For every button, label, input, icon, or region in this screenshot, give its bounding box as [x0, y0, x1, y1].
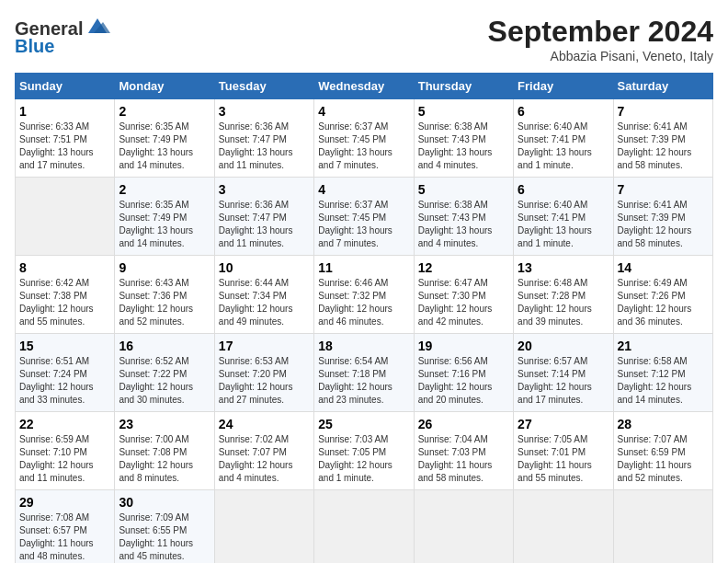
day-number: 2: [119, 104, 210, 119]
day-info: Sunrise: 6:56 AMSunset: 7:16 PMDaylight:…: [418, 355, 509, 407]
day-number: 9: [119, 260, 210, 275]
day-number: 14: [618, 260, 709, 275]
table-row: 2Sunrise: 6:35 AMSunset: 7:49 PMDaylight…: [115, 178, 214, 256]
day-info: Sunrise: 7:08 AMSunset: 6:57 PMDaylight:…: [19, 511, 110, 563]
day-info: Sunrise: 6:53 AMSunset: 7:20 PMDaylight:…: [219, 355, 310, 407]
day-number: 6: [518, 104, 609, 119]
table-row: 17Sunrise: 6:53 AMSunset: 7:20 PMDayligh…: [214, 334, 313, 412]
day-number: 15: [19, 339, 110, 353]
day-info: Sunrise: 7:02 AMSunset: 7:07 PMDaylight:…: [219, 433, 310, 485]
day-number: 7: [618, 182, 709, 197]
table-row: 23Sunrise: 7:00 AMSunset: 7:08 PMDayligh…: [115, 412, 214, 490]
day-number: 26: [418, 417, 509, 431]
header-saturday: Saturday: [613, 74, 712, 99]
day-info: Sunrise: 7:00 AMSunset: 7:08 PMDaylight:…: [119, 433, 210, 485]
table-row: 28Sunrise: 7:07 AMSunset: 6:59 PMDayligh…: [613, 412, 712, 490]
day-info: Sunrise: 7:09 AMSunset: 6:55 PMDaylight:…: [119, 511, 210, 563]
table-row: 8Sunrise: 6:42 AMSunset: 7:38 PMDaylight…: [16, 256, 115, 334]
table-row: 5Sunrise: 6:38 AMSunset: 7:43 PMDaylight…: [414, 178, 513, 256]
day-info: Sunrise: 7:03 AMSunset: 7:05 PMDaylight:…: [318, 433, 409, 485]
day-info: Sunrise: 6:35 AMSunset: 7:49 PMDaylight:…: [119, 121, 210, 172]
day-number: 3: [219, 104, 310, 119]
day-info: Sunrise: 6:35 AMSunset: 7:49 PMDaylight:…: [119, 199, 210, 250]
page-header: General Blue September 2024 Abbazia Pisa…: [15, 15, 713, 63]
day-info: Sunrise: 6:49 AMSunset: 7:26 PMDaylight:…: [618, 277, 709, 328]
day-number: 3: [219, 182, 310, 197]
table-row: 12Sunrise: 6:47 AMSunset: 7:30 PMDayligh…: [414, 256, 513, 334]
day-info: Sunrise: 6:46 AMSunset: 7:32 PMDaylight:…: [318, 277, 409, 328]
day-info: Sunrise: 6:44 AMSunset: 7:34 PMDaylight:…: [219, 277, 310, 328]
day-info: Sunrise: 6:33 AMSunset: 7:51 PMDaylight:…: [19, 121, 110, 172]
day-info: Sunrise: 6:54 AMSunset: 7:18 PMDaylight:…: [318, 355, 409, 407]
calendar-row: 22Sunrise: 6:59 AMSunset: 7:10 PMDayligh…: [16, 412, 713, 490]
table-row: 19Sunrise: 6:56 AMSunset: 7:16 PMDayligh…: [414, 334, 513, 412]
table-row: 24Sunrise: 7:02 AMSunset: 7:07 PMDayligh…: [214, 412, 313, 490]
table-row: 27Sunrise: 7:05 AMSunset: 7:01 PMDayligh…: [514, 412, 613, 490]
table-row: 6Sunrise: 6:40 AMSunset: 7:41 PMDaylight…: [514, 178, 613, 256]
table-row: [613, 490, 712, 564]
table-row: 5Sunrise: 6:38 AMSunset: 7:43 PMDaylight…: [414, 99, 513, 178]
day-info: Sunrise: 6:36 AMSunset: 7:47 PMDaylight:…: [219, 199, 310, 250]
day-number: 19: [418, 339, 509, 353]
day-info: Sunrise: 7:07 AMSunset: 6:59 PMDaylight:…: [618, 433, 709, 485]
day-number: 18: [318, 339, 409, 353]
table-row: 21Sunrise: 6:58 AMSunset: 7:12 PMDayligh…: [613, 334, 712, 412]
calendar-row: 1Sunrise: 6:33 AMSunset: 7:51 PMDaylight…: [16, 99, 713, 178]
logo: General Blue: [15, 15, 110, 57]
day-number: 29: [19, 495, 110, 510]
day-info: Sunrise: 6:36 AMSunset: 7:47 PMDaylight:…: [219, 121, 310, 172]
header-tuesday: Tuesday: [214, 74, 313, 99]
day-info: Sunrise: 6:41 AMSunset: 7:39 PMDaylight:…: [618, 121, 709, 172]
calendar-row: 29Sunrise: 7:08 AMSunset: 6:57 PMDayligh…: [16, 490, 713, 564]
day-number: 11: [318, 260, 409, 275]
table-row: [214, 490, 313, 564]
day-info: Sunrise: 6:52 AMSunset: 7:22 PMDaylight:…: [119, 355, 210, 407]
day-info: Sunrise: 7:05 AMSunset: 7:01 PMDaylight:…: [518, 433, 609, 485]
month-title: September 2024: [488, 15, 713, 49]
table-row: 18Sunrise: 6:54 AMSunset: 7:18 PMDayligh…: [314, 334, 414, 412]
table-row: 25Sunrise: 7:03 AMSunset: 7:05 PMDayligh…: [314, 412, 414, 490]
table-row: 11Sunrise: 6:46 AMSunset: 7:32 PMDayligh…: [314, 256, 414, 334]
day-number: 28: [618, 417, 709, 431]
day-number: 24: [219, 417, 310, 431]
day-number: 17: [219, 339, 310, 353]
header-row: Sunday Monday Tuesday Wednesday Thursday…: [16, 74, 713, 99]
table-row: 9Sunrise: 6:43 AMSunset: 7:36 PMDaylight…: [115, 256, 214, 334]
table-row: 14Sunrise: 6:49 AMSunset: 7:26 PMDayligh…: [613, 256, 712, 334]
day-info: Sunrise: 6:42 AMSunset: 7:38 PMDaylight:…: [19, 277, 110, 328]
table-row: 10Sunrise: 6:44 AMSunset: 7:34 PMDayligh…: [214, 256, 313, 334]
title-area: September 2024 Abbazia Pisani, Veneto, I…: [488, 15, 713, 63]
day-number: 7: [618, 104, 709, 119]
day-number: 13: [518, 260, 609, 275]
day-number: 1: [19, 104, 110, 119]
logo-icon: [85, 17, 110, 37]
day-info: Sunrise: 6:40 AMSunset: 7:41 PMDaylight:…: [518, 199, 609, 250]
day-info: Sunrise: 6:37 AMSunset: 7:45 PMDaylight:…: [318, 199, 409, 250]
calendar-table: Sunday Monday Tuesday Wednesday Thursday…: [15, 73, 713, 563]
day-number: 5: [418, 104, 509, 119]
day-number: 30: [119, 495, 210, 510]
header-thursday: Thursday: [414, 74, 513, 99]
day-number: 25: [318, 417, 409, 431]
calendar-body: 1Sunrise: 6:33 AMSunset: 7:51 PMDaylight…: [16, 99, 713, 564]
table-row: 20Sunrise: 6:57 AMSunset: 7:14 PMDayligh…: [514, 334, 613, 412]
day-number: 5: [418, 182, 509, 197]
day-info: Sunrise: 6:59 AMSunset: 7:10 PMDaylight:…: [19, 433, 110, 485]
day-info: Sunrise: 6:38 AMSunset: 7:43 PMDaylight:…: [418, 121, 509, 172]
table-row: 2Sunrise: 6:35 AMSunset: 7:49 PMDaylight…: [115, 99, 214, 178]
table-row: 1Sunrise: 6:33 AMSunset: 7:51 PMDaylight…: [16, 99, 115, 178]
day-number: 20: [518, 339, 609, 353]
header-monday: Monday: [115, 74, 214, 99]
header-sunday: Sunday: [16, 74, 115, 99]
calendar-row: 2Sunrise: 6:35 AMSunset: 7:49 PMDaylight…: [16, 178, 713, 256]
table-row: 3Sunrise: 6:36 AMSunset: 7:47 PMDaylight…: [214, 99, 313, 178]
table-row: [514, 490, 613, 564]
logo-blue-text: Blue: [15, 36, 54, 57]
table-row: 26Sunrise: 7:04 AMSunset: 7:03 PMDayligh…: [414, 412, 513, 490]
calendar-row: 15Sunrise: 6:51 AMSunset: 7:24 PMDayligh…: [16, 334, 713, 412]
table-row: 4Sunrise: 6:37 AMSunset: 7:45 PMDaylight…: [314, 178, 414, 256]
header-friday: Friday: [514, 74, 613, 99]
day-info: Sunrise: 6:51 AMSunset: 7:24 PMDaylight:…: [19, 355, 110, 407]
day-info: Sunrise: 6:58 AMSunset: 7:12 PMDaylight:…: [618, 355, 709, 407]
table-row: 13Sunrise: 6:48 AMSunset: 7:28 PMDayligh…: [514, 256, 613, 334]
